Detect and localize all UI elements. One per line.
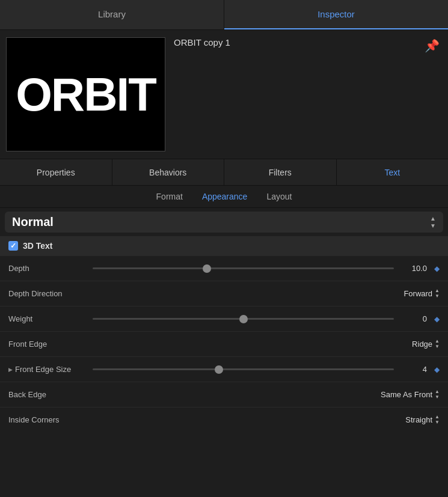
front-edge-size-slider[interactable] <box>93 368 394 370</box>
preview-meta: ORBIT copy 1 <box>174 37 442 52</box>
preview-area: ORBIT ORBIT copy 1 📌 <box>0 30 448 159</box>
front-edge-row: Front Edge Ridge ▲ ▼ <box>0 331 448 356</box>
weight-label: Weight <box>8 314 93 323</box>
front-edge-size-row: ▶ Front Edge Size 4 ◆ <box>0 356 448 382</box>
depth-slider[interactable] <box>93 267 394 269</box>
depth-direction-right: Forward ▲ ▼ <box>404 288 440 299</box>
inner-tab-bar: Format Appearance Layout <box>0 186 448 208</box>
depth-value: 10.0 <box>394 264 427 273</box>
inside-corners-select[interactable]: Straight ▲ ▼ <box>405 415 440 425</box>
front-edge-value: Ridge <box>412 340 432 349</box>
weight-value: 0 <box>394 314 427 323</box>
tab-properties[interactable]: Properties <box>0 159 112 185</box>
front-edge-size-value: 4 <box>394 365 427 374</box>
inside-corners-value: Straight <box>405 415 432 424</box>
front-edge-label: Front Edge <box>8 340 93 349</box>
3d-text-row: ✓ 3D Text <box>0 236 448 255</box>
tab-text[interactable]: Text <box>337 159 449 185</box>
depth-direction-arrows[interactable]: ▲ ▼ <box>435 288 440 299</box>
front-edge-right: Ridge ▲ ▼ <box>412 339 440 349</box>
normal-selector-row: Normal ▲ ▼ <box>5 212 443 233</box>
depth-direction-label: Depth Direction <box>8 289 93 298</box>
tab-behaviors[interactable]: Behaviors <box>112 159 225 185</box>
front-edge-arrows[interactable]: ▲ ▼ <box>435 339 440 349</box>
back-edge-value: Same As Front <box>381 390 432 399</box>
inside-corners-label: Inside Corners <box>8 415 93 424</box>
preview-orbit-text: ORBIT <box>16 71 156 118</box>
front-edge-size-label: ▶ Front Edge Size <box>8 365 93 374</box>
back-edge-label: Back Edge <box>8 390 93 399</box>
preview-thumbnail: ORBIT <box>6 37 165 151</box>
back-edge-row: Back Edge Same As Front ▲ ▼ <box>0 382 448 407</box>
3d-text-checkbox[interactable]: ✓ <box>8 241 18 251</box>
tab-library[interactable]: Library <box>0 0 224 29</box>
tab-layout[interactable]: Layout <box>266 192 292 201</box>
back-edge-arrows[interactable]: ▲ ▼ <box>435 389 440 400</box>
inside-corners-right: Straight ▲ ▼ <box>405 415 440 425</box>
sub-tab-bar: Properties Behaviors Filters Text <box>0 159 448 186</box>
3d-text-label: 3D Text <box>23 241 53 251</box>
tab-format[interactable]: Format <box>156 192 183 201</box>
normal-stepper[interactable]: ▲ ▼ <box>430 215 436 229</box>
preview-item-name: ORBIT copy 1 <box>174 37 442 47</box>
normal-label: Normal <box>12 215 54 229</box>
front-edge-select[interactable]: Ridge ▲ ▼ <box>412 339 440 349</box>
depth-direction-select[interactable]: Forward ▲ ▼ <box>404 288 440 299</box>
front-edge-size-keyframe[interactable]: ◆ <box>434 365 440 374</box>
depth-direction-value: Forward <box>404 289 432 298</box>
weight-row: Weight 0 ◆ <box>0 306 448 331</box>
scroll-region[interactable]: ✓ 3D Text Depth 10.0 ◆ Depth Direction F… <box>0 236 448 497</box>
weight-right: 0 ◆ <box>394 314 440 323</box>
weight-keyframe[interactable]: ◆ <box>434 315 440 323</box>
front-edge-size-expand-icon[interactable]: ▶ <box>8 367 13 373</box>
depth-label: Depth <box>8 264 93 273</box>
inside-corners-arrows[interactable]: ▲ ▼ <box>435 415 440 425</box>
inside-corners-row: Inside Corners Straight ▲ ▼ <box>0 407 448 432</box>
back-edge-right: Same As Front ▲ ▼ <box>381 389 440 400</box>
front-edge-size-right: 4 ◆ <box>394 365 440 374</box>
depth-direction-row: Depth Direction Forward ▲ ▼ <box>0 281 448 306</box>
tab-filters[interactable]: Filters <box>224 159 337 185</box>
top-tab-bar: Library Inspector <box>0 0 448 30</box>
pin-icon[interactable]: 📌 <box>425 38 440 53</box>
depth-right: 10.0 ◆ <box>394 264 440 273</box>
tab-inspector[interactable]: Inspector <box>224 0 448 29</box>
tab-appearance[interactable]: Appearance <box>202 192 248 201</box>
weight-slider[interactable] <box>93 318 394 320</box>
depth-keyframe[interactable]: ◆ <box>434 264 440 273</box>
back-edge-select[interactable]: Same As Front ▲ ▼ <box>381 389 440 400</box>
depth-row: Depth 10.0 ◆ <box>0 255 448 281</box>
